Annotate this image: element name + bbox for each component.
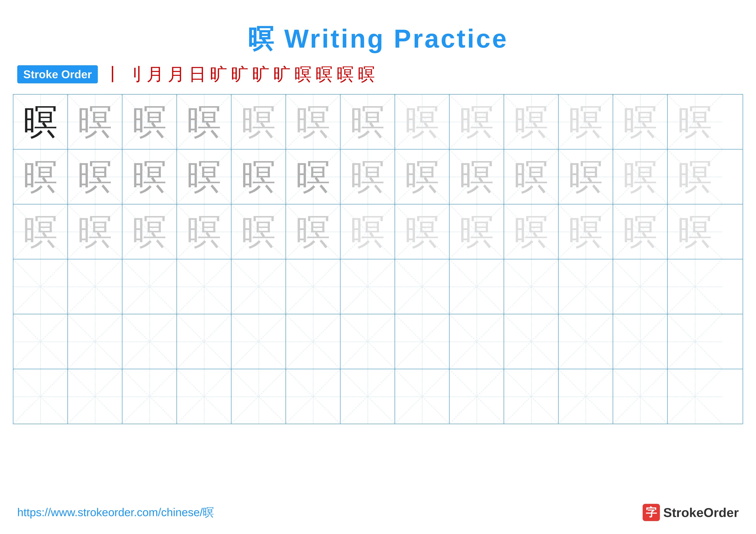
svg-line-86 xyxy=(231,260,285,314)
stroke-order-row: Stroke Order 丨刂月月日旷旷旷旷暝暝暝暝 xyxy=(0,57,756,90)
svg-line-154 xyxy=(668,369,722,424)
svg-line-133 xyxy=(68,369,122,423)
grid-cell-4-8 xyxy=(449,314,504,369)
svg-line-104 xyxy=(14,315,68,369)
practice-char: 暝 xyxy=(405,160,440,194)
grid-cell-0-12: 暝 xyxy=(668,94,722,149)
stroke-step-3: 月 xyxy=(168,66,185,83)
grid-cell-4-5 xyxy=(286,314,340,369)
grid-cell-5-0 xyxy=(14,369,68,424)
svg-line-145 xyxy=(395,369,449,423)
svg-line-123 xyxy=(504,315,558,369)
svg-line-111 xyxy=(177,315,231,369)
svg-line-89 xyxy=(286,260,340,314)
svg-line-95 xyxy=(449,260,504,314)
grid-cell-0-4: 暝 xyxy=(231,94,286,149)
practice-char: 暝 xyxy=(350,215,385,249)
practice-char: 暝 xyxy=(23,215,58,249)
svg-line-146 xyxy=(449,369,504,423)
grid-cell-0-9: 暝 xyxy=(504,94,558,149)
stroke-step-12: 暝 xyxy=(358,66,375,83)
svg-line-152 xyxy=(613,369,667,423)
grid-cell-1-8: 暝 xyxy=(449,149,504,204)
practice-char: 暝 xyxy=(241,160,276,194)
grid-cell-2-12: 暝 xyxy=(668,204,722,259)
grid-cell-3-5 xyxy=(286,259,340,314)
svg-line-87 xyxy=(231,260,285,314)
grid-cell-1-5: 暝 xyxy=(286,149,340,204)
grid-cell-5-3 xyxy=(177,369,231,424)
practice-char: 暝 xyxy=(514,215,549,249)
grid-cell-4-11 xyxy=(613,314,668,369)
svg-line-132 xyxy=(68,369,122,423)
practice-char: 暝 xyxy=(187,105,221,139)
svg-line-100 xyxy=(613,260,667,314)
grid-cell-1-4: 暝 xyxy=(231,149,286,204)
practice-char: 暝 xyxy=(623,105,658,139)
stroke-step-4: 日 xyxy=(189,66,206,83)
grid-row-2: 暝暝暝暝暝暝暝暝暝暝暝暝暝 xyxy=(14,204,742,259)
stroke-step-1: 刂 xyxy=(125,66,143,83)
grid-cell-4-2 xyxy=(122,314,177,369)
svg-line-92 xyxy=(395,260,449,314)
grid-cell-2-11: 暝 xyxy=(613,204,668,259)
svg-line-106 xyxy=(68,315,122,369)
stroke-step-7: 旷 xyxy=(252,66,269,83)
svg-line-150 xyxy=(558,369,613,423)
grid-cell-2-5: 暝 xyxy=(286,204,340,259)
stroke-step-8: 旷 xyxy=(273,66,290,83)
footer-url[interactable]: https://www.strokeorder.com/chinese/暝 xyxy=(17,505,214,520)
svg-line-90 xyxy=(340,260,394,314)
grid-cell-4-0 xyxy=(14,314,68,369)
svg-line-78 xyxy=(14,260,68,314)
stroke-step-9: 暝 xyxy=(294,66,311,83)
grid-cell-4-1 xyxy=(68,314,122,369)
practice-char: 暝 xyxy=(78,160,112,194)
svg-line-142 xyxy=(340,369,394,423)
svg-line-149 xyxy=(504,369,558,423)
svg-line-131 xyxy=(14,369,68,423)
grid-cell-2-0: 暝 xyxy=(14,204,68,259)
svg-line-113 xyxy=(231,315,285,369)
practice-char: 暝 xyxy=(187,160,221,194)
grid-cell-1-2: 暝 xyxy=(122,149,177,204)
svg-line-121 xyxy=(449,315,504,369)
svg-line-135 xyxy=(122,369,176,423)
footer: https://www.strokeorder.com/chinese/暝 字 … xyxy=(0,504,756,521)
practice-char: 暝 xyxy=(569,160,603,194)
practice-char: 暝 xyxy=(569,215,603,249)
grid-cell-1-0: 暝 xyxy=(14,149,68,204)
practice-char: 暝 xyxy=(132,160,167,194)
grid-cell-3-9 xyxy=(504,259,558,314)
grid-cell-5-5 xyxy=(286,369,340,424)
grid-cell-1-12: 暝 xyxy=(668,149,722,204)
grid-row-5 xyxy=(14,369,742,424)
grid-cell-1-3: 暝 xyxy=(177,149,231,204)
grid-cell-3-12 xyxy=(668,259,722,314)
grid-cell-0-3: 暝 xyxy=(177,94,231,149)
svg-line-107 xyxy=(68,315,122,369)
practice-char: 暝 xyxy=(459,215,494,249)
practice-char: 暝 xyxy=(241,215,276,249)
svg-line-114 xyxy=(286,315,340,369)
logo-icon: 字 xyxy=(643,504,660,521)
grid-row-3 xyxy=(14,259,742,314)
grid-row-4 xyxy=(14,314,742,369)
practice-char: 暝 xyxy=(78,105,112,139)
svg-line-118 xyxy=(395,315,449,369)
grid-cell-4-10 xyxy=(558,314,613,369)
svg-line-80 xyxy=(68,260,122,314)
footer-logo: 字 StrokeOrder xyxy=(643,504,739,521)
grid-cell-5-6 xyxy=(340,369,395,424)
grid-cell-4-12 xyxy=(668,314,722,369)
svg-line-91 xyxy=(340,260,394,314)
svg-line-153 xyxy=(613,369,667,423)
practice-char: 暝 xyxy=(132,105,167,139)
svg-line-126 xyxy=(613,315,667,369)
grid-cell-0-8: 暝 xyxy=(449,94,504,149)
grid-cell-3-4 xyxy=(231,259,286,314)
grid-cell-2-2: 暝 xyxy=(122,204,177,259)
grid-row-1: 暝暝暝暝暝暝暝暝暝暝暝暝暝 xyxy=(14,149,742,204)
grid-cell-3-0 xyxy=(14,259,68,314)
grid-row-0: 暝暝暝暝暝暝暝暝暝暝暝暝暝 xyxy=(14,94,742,149)
